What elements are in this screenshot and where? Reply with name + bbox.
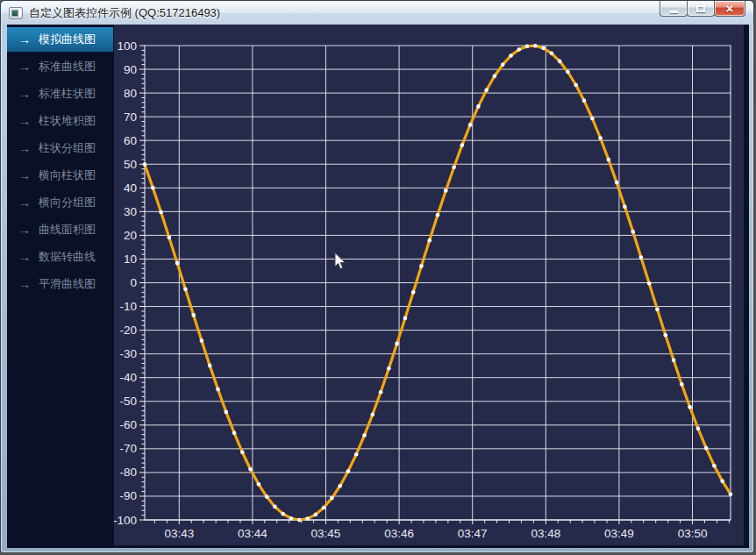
data-point [436,213,440,217]
maximize-button[interactable] [687,1,715,17]
sidebar-item-5[interactable]: →柱状分组图 [7,136,113,160]
sidebar-item-10[interactable]: →平滑曲线图 [7,272,113,296]
data-point [631,230,635,234]
x-tick-label: 03:48 [531,527,560,540]
line-chart: -100-90-80-70-60-50-40-30-20-10010203040… [114,25,744,545]
sidebar-item-label: 曲线面积图 [39,222,96,238]
close-icon: × [726,2,734,15]
arrow-icon: → [18,60,31,73]
data-point [598,136,603,140]
y-tick-label: 0 [130,276,137,289]
data-point [159,210,163,215]
data-point [582,99,587,103]
y-tick-label: -40 [119,371,137,384]
chart-panel: -100-90-80-70-60-50-40-30-20-10010203040… [114,25,744,545]
arrow-icon: → [18,115,31,127]
data-point [664,333,668,338]
data-point [639,255,644,260]
titlebar[interactable]: 自定义图表控件示例 (QQ:517216493) × [1,1,753,25]
x-tick-label: 03:45 [311,527,341,540]
arrow-icon: → [18,142,31,154]
data-point [175,261,180,266]
data-point [225,410,229,415]
data-point [346,469,351,473]
data-point [289,516,294,521]
data-point [680,382,684,387]
sidebar-item-7[interactable]: →横向分组图 [7,190,113,215]
data-point [216,388,220,392]
y-tick-label: -70 [119,442,137,455]
sidebar-item-label: 横向柱状图 [39,167,96,183]
window-title: 自定义图表控件示例 (QQ:517216493) [29,5,220,21]
sidebar-item-8[interactable]: →曲线面积图 [7,217,113,242]
data-point [200,338,204,343]
y-tick-label: 30 [124,205,137,218]
x-tick-label: 03:49 [604,527,634,540]
y-tick-label: 90 [124,63,137,76]
data-point [265,495,269,499]
sidebar-item-label: 柱状分组图 [39,140,96,156]
app-icon-strip [19,10,21,17]
x-tick-label: 03:46 [384,527,414,540]
sidebar-item-label: 柱状堆积图 [39,113,96,129]
data-point [273,505,277,509]
data-point [371,413,375,417]
y-tick-label: 100 [117,39,137,53]
data-point [427,238,431,243]
sidebar-item-2[interactable]: →标准曲线图 [7,54,113,79]
data-point [574,83,578,88]
arrow-icon: → [18,196,31,209]
minimize-icon [670,11,678,13]
data-point [444,189,448,193]
sidebar-item-label: 模拟曲线图 [39,32,96,47]
minimize-button[interactable] [660,1,688,17]
data-point [330,496,334,501]
data-point [501,62,505,67]
y-tick-label: 50 [124,158,137,171]
y-tick-label: -20 [119,324,137,337]
data-point [696,426,701,430]
app-icon [9,7,23,19]
data-point [297,518,302,523]
sidebar-item-3[interactable]: →标准柱状图 [7,82,113,106]
maximize-icon [696,5,705,12]
data-point [403,317,408,321]
data-point [143,162,147,167]
arrow-icon: → [18,278,31,290]
data-point [305,516,310,521]
sidebar-item-9[interactable]: →数据转曲线 [7,245,113,269]
app-icon-inner [11,10,18,17]
data-point [558,60,562,64]
sidebar-item-4[interactable]: →柱状堆积图 [7,109,113,133]
data-point [712,464,717,468]
app-window: 自定义图表控件示例 (QQ:517216493) × →模拟曲线图→标准曲线图→… [0,0,754,553]
data-point [493,75,497,79]
y-tick-label: -30 [119,347,137,360]
data-point [655,308,660,312]
data-point [525,44,530,48]
data-point [168,235,172,239]
data-point [248,467,253,472]
arrow-icon: → [18,169,31,181]
y-tick-label: 80 [124,87,137,100]
data-point [729,492,733,496]
sidebar-item-label: 数据转曲线 [39,249,96,265]
data-point [460,143,465,147]
window-controls: × [660,1,745,17]
sidebar-item-label: 标准曲线图 [39,59,96,75]
sidebar-item-6[interactable]: →横向柱状图 [7,163,113,188]
arrow-icon: → [18,33,31,46]
data-point [419,264,424,268]
y-tick-label: -90 [119,489,137,502]
data-point [183,288,188,292]
data-point [590,117,595,121]
x-tick-label: 03:43 [164,527,194,540]
close-button[interactable]: × [714,1,745,17]
data-point [151,186,155,190]
y-tick-label: -100 [114,514,137,527]
data-point [208,364,212,368]
data-point [647,281,652,286]
sidebar-item-1[interactable]: →模拟曲线图 [7,27,113,52]
data-point [517,47,522,52]
data-point [354,452,359,457]
